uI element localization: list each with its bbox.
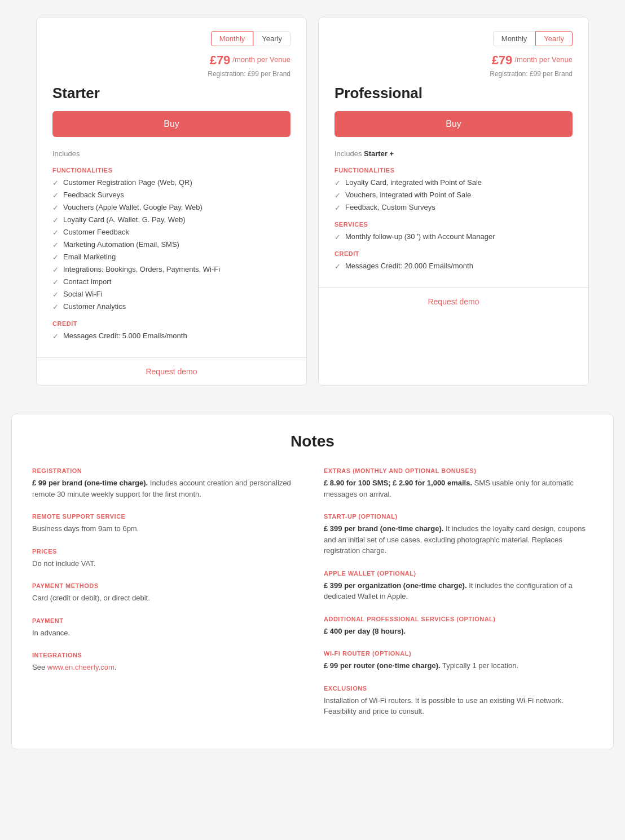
starter-feature-5-text: Customer Feedback xyxy=(63,228,129,236)
professional-yearly-toggle[interactable]: Yearly xyxy=(535,31,573,46)
note-exclusions-heading: EXCLUSIONS xyxy=(324,685,593,692)
note-startup-text: £ 399 per brand (one-time charge). It in… xyxy=(324,523,593,556)
professional-toggle-row: Monthly Yearly xyxy=(334,31,573,46)
starter-request-demo-link[interactable]: Request demo xyxy=(146,367,197,376)
starter-credit-item: ✓ Messages Credit: 5.000 Emails/month xyxy=(52,331,291,341)
page-wrapper: Monthly Yearly £79 /month per Venue Regi… xyxy=(0,0,625,766)
check-icon: ✓ xyxy=(52,216,59,224)
check-icon: ✓ xyxy=(52,204,59,212)
professional-credit-item: ✓ Messages Credit: 20.000 Emails/month xyxy=(334,262,573,271)
note-remote-support-heading: REMOTE SUPPORT SERVICE xyxy=(32,513,301,520)
starter-toggle-row: Monthly Yearly xyxy=(52,31,291,46)
note-payment-text: In advance. xyxy=(32,627,301,639)
professional-monthly-toggle[interactable]: Monthly xyxy=(493,31,536,46)
starter-feature-9-text: Contact Import xyxy=(63,277,111,286)
note-exclusions: EXCLUSIONS Installation of Wi-Fi routers… xyxy=(324,685,593,717)
note-apple-wallet-text: £ 399 per organization (one-time charge)… xyxy=(324,580,593,602)
note-additional-services-text: £ 400 per day (8 hours). xyxy=(324,626,593,637)
starter-feature-5: ✓ Customer Feedback xyxy=(52,228,291,237)
note-remote-support: REMOTE SUPPORT SERVICE Business days fro… xyxy=(32,513,301,534)
note-registration: REGISTRATION £ 99 per brand (one-time ch… xyxy=(32,467,301,499)
starter-feature-6: ✓ Marketing Automation (Email, SMS) xyxy=(52,240,291,249)
starter-feature-9: ✓ Contact Import xyxy=(52,277,291,286)
professional-functionalities-label: FUNCTIONALITIES xyxy=(334,167,573,174)
check-icon: ✓ xyxy=(52,332,59,341)
note-apple-wallet: APPLE WALLET (OPTIONAL) £ 399 per organi… xyxy=(324,570,593,602)
note-apple-wallet-heading: APPLE WALLET (OPTIONAL) xyxy=(324,570,593,577)
note-remote-support-text: Business days from 9am to 6pm. xyxy=(32,523,301,534)
professional-feature-2: ✓ Vouchers, integrated with Point of Sal… xyxy=(334,191,573,200)
check-icon: ✓ xyxy=(334,179,341,187)
starter-credit-text: Messages Credit: 5.000 Emails/month xyxy=(63,331,187,340)
professional-credit-text: Messages Credit: 20.000 Emails/month xyxy=(345,262,473,270)
starter-feature-3: ✓ Vouchers (Apple Wallet, Google Pay, We… xyxy=(52,203,291,212)
professional-title: Professional xyxy=(334,85,573,102)
professional-registration: Registration: £99 per Brand xyxy=(334,70,573,78)
starter-price: £79 xyxy=(210,53,231,68)
professional-services-label: SERVICES xyxy=(334,221,573,228)
check-icon: ✓ xyxy=(334,191,341,200)
note-exclusions-text: Installation of Wi-Fi routers. It is pos… xyxy=(324,695,593,717)
note-prices-heading: PRICES xyxy=(32,548,301,555)
note-wifi-router-heading: WI-FI ROUTER (OPTIONAL) xyxy=(324,650,593,657)
professional-request-demo-link[interactable]: Request demo xyxy=(428,297,479,306)
check-icon: ✓ xyxy=(52,253,59,262)
note-wifi-router-text: £ 99 per router (one-time charge). Typic… xyxy=(324,660,593,671)
check-icon: ✓ xyxy=(52,290,59,299)
starter-plan-card: Monthly Yearly £79 /month per Venue Regi… xyxy=(36,17,307,386)
starter-feature-6-text: Marketing Automation (Email, SMS) xyxy=(63,240,179,249)
check-icon: ✓ xyxy=(52,191,59,200)
professional-feature-2-text: Vouchers, integrated with Point of Sale xyxy=(345,191,471,199)
starter-feature-1-text: Customer Registration Page (Web, QR) xyxy=(63,178,192,187)
starter-feature-4-text: Loyalty Card (A. Wallet, G. Pay, Web) xyxy=(63,215,186,224)
note-integrations: INTEGRATIONS See www.en.cheerfy.com. xyxy=(32,652,301,673)
plans-row: Monthly Yearly £79 /month per Venue Regi… xyxy=(11,17,614,386)
notes-left-column: REGISTRATION £ 99 per brand (one-time ch… xyxy=(32,467,301,731)
starter-feature-8: ✓ Integrations: Bookings, Orders, Paymen… xyxy=(52,265,291,274)
starter-feature-10-text: Social Wi-Fi xyxy=(63,290,102,298)
professional-feature-3-text: Feedback, Custom Surveys xyxy=(345,203,435,211)
notes-right-column: EXTRAS (MONTHLY AND OPTIONAL BONUSES) £ … xyxy=(324,467,593,731)
note-payment-methods: PAYMENT METHODS Card (credit or debit), … xyxy=(32,582,301,604)
note-integrations-heading: INTEGRATIONS xyxy=(32,652,301,658)
note-extras-text: £ 8.90 for 100 SMS; £ 2.90 for 1,000 ema… xyxy=(324,478,593,499)
professional-includes-label: Includes Starter + xyxy=(334,149,573,158)
professional-price: £79 xyxy=(492,53,513,68)
cheerfy-link[interactable]: www.en.cheerfy.com xyxy=(47,663,115,671)
note-prices: PRICES Do not include VAT. xyxy=(32,548,301,569)
note-wifi-router: WI-FI ROUTER (OPTIONAL) £ 99 per router … xyxy=(324,650,593,671)
note-payment: PAYMENT In advance. xyxy=(32,617,301,639)
starter-feature-11: ✓ Customer Analytics xyxy=(52,302,291,311)
check-icon: ✓ xyxy=(52,179,59,187)
professional-service-1: ✓ Monthly follow-up (30 ') with Account … xyxy=(334,232,573,241)
professional-price-row: £79 /month per Venue xyxy=(334,53,573,68)
professional-buy-button[interactable]: Buy xyxy=(334,111,573,137)
starter-title: Starter xyxy=(52,85,291,102)
starter-feature-10: ✓ Social Wi-Fi xyxy=(52,290,291,299)
note-extras: EXTRAS (MONTHLY AND OPTIONAL BONUSES) £ … xyxy=(324,467,593,499)
starter-footer: Request demo xyxy=(37,357,306,385)
starter-buy-button[interactable]: Buy xyxy=(52,111,291,137)
note-additional-services-heading: ADDITIONAL PROFESSIONAL SERVICES (OPTION… xyxy=(324,616,593,622)
starter-registration: Registration: £99 per Brand xyxy=(52,70,291,78)
starter-monthly-toggle[interactable]: Monthly xyxy=(211,31,254,46)
note-payment-heading: PAYMENT xyxy=(32,617,301,624)
professional-feature-1-text: Loyalty Card, integrated with Point of S… xyxy=(345,178,482,187)
note-payment-methods-heading: PAYMENT METHODS xyxy=(32,582,301,589)
starter-feature-7-text: Email Marketing xyxy=(63,253,116,261)
note-startup: START-UP (OPTIONAL) £ 399 per brand (one… xyxy=(324,513,593,556)
note-integrations-text: See www.en.cheerfy.com. xyxy=(32,662,301,673)
check-icon: ✓ xyxy=(52,228,59,237)
note-extras-heading: EXTRAS (MONTHLY AND OPTIONAL BONUSES) xyxy=(324,467,593,474)
check-icon: ✓ xyxy=(52,278,59,286)
note-additional-services: ADDITIONAL PROFESSIONAL SERVICES (OPTION… xyxy=(324,616,593,637)
starter-feature-4: ✓ Loyalty Card (A. Wallet, G. Pay, Web) xyxy=(52,215,291,224)
professional-plan-card: Monthly Yearly £79 /month per Venue Regi… xyxy=(318,17,589,386)
professional-price-suffix: /month per Venue xyxy=(514,55,573,64)
check-icon: ✓ xyxy=(334,204,341,212)
starter-price-row: £79 /month per Venue xyxy=(52,53,291,68)
starter-card-body: Monthly Yearly £79 /month per Venue Regi… xyxy=(37,17,306,357)
note-startup-heading: START-UP (OPTIONAL) xyxy=(324,513,593,520)
starter-yearly-toggle[interactable]: Yearly xyxy=(253,31,291,46)
starter-feature-2-text: Feedback Surveys xyxy=(63,191,124,199)
